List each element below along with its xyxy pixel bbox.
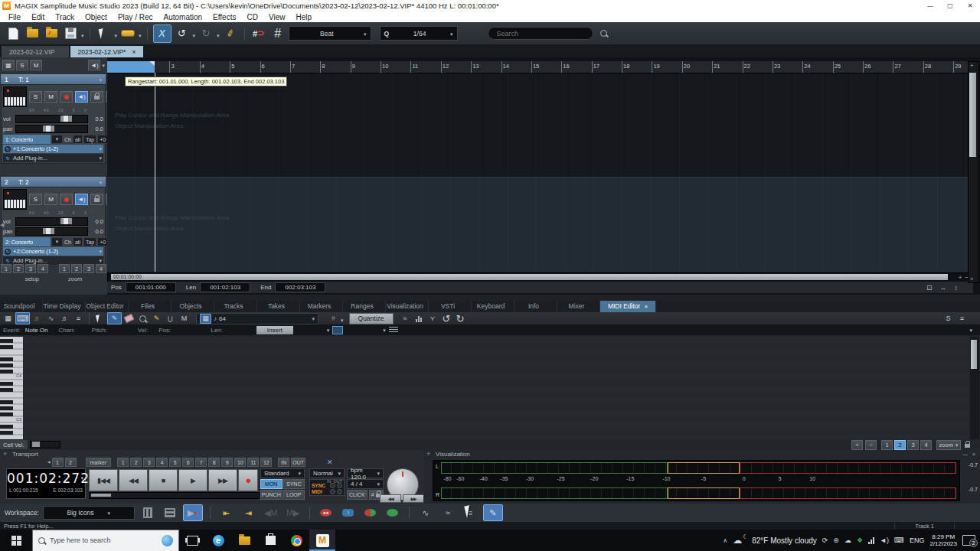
marker-button[interactable]: 10 [234,458,246,467]
midi-zoom-preset-button[interactable]: 2 [894,440,906,450]
menu-item[interactable]: Track [50,13,80,21]
track-1-title-bar[interactable]: 1 T: 1 [1,74,106,84]
zoom-preset-button[interactable]: 4 [96,264,106,273]
track-1-add-plugin-slot[interactable]: ↻ Add Plug-in... [3,154,103,162]
tray-overflow-chevron[interactable]: ∧ [723,537,727,544]
selection-tool-icon[interactable] [93,313,106,324]
move-range-right-button[interactable]: M▶ [284,505,302,520]
marker-button[interactable]: 6 [182,458,194,467]
midi-solo-button[interactable]: S [942,313,955,324]
transport-toggle[interactable]: ▶● [183,504,203,521]
instrument-caret[interactable] [51,135,63,144]
rewind-button[interactable]: ◀◀ [119,469,148,491]
time-signature-select[interactable]: 4 / 4 [347,479,384,489]
panel-options-caret[interactable] [102,62,105,69]
menu-item[interactable]: File [3,13,26,21]
zoom-tool-icon[interactable] [136,313,149,324]
onedrive-icon[interactable]: ☁ [844,536,851,544]
snap-grid-caret[interactable] [341,311,344,325]
docker-tab-close-icon[interactable]: × [644,303,648,310]
marker-button[interactable]: 8 [208,458,220,467]
menu-item[interactable]: Help [290,13,317,21]
insert-button[interactable]: Insert [256,326,293,334]
docker-tab[interactable]: Objects [172,301,214,312]
monitor-speaker-icon[interactable]: ◄) [88,60,100,70]
midi-zoom-in-button[interactable]: + [851,440,863,450]
collapse-wave-button[interactable]: ∿ [416,505,435,520]
undo-history-caret[interactable] [193,27,196,41]
piano-keyboard[interactable]: C4 C3 [0,337,23,439]
mouse-mode-caret[interactable] [115,27,118,41]
monitor-toggle[interactable]: MON [260,479,283,489]
taskbar-edge-button[interactable]: e [205,530,231,551]
project-tab[interactable]: 2023-02-12.VIP [2,46,69,57]
track-grid-icon[interactable]: ▦ [2,60,15,70]
taskbar-explorer-button[interactable] [231,530,257,551]
snap-toggle-button[interactable]: #⊃ [250,25,267,42]
instrument-caret[interactable] [51,237,63,246]
marker-button[interactable]: 4 [156,458,168,467]
track-1-plugin-slot[interactable]: ↻ +1:Concerto (1-2) [3,145,103,153]
viz-close-icon[interactable]: × [972,452,975,457]
all-mute-button[interactable]: M [30,60,42,70]
timeline-ruler[interactable]: 2345678910111213141516171819202122232425… [107,61,969,73]
docker-tab[interactable]: Time Display [43,301,86,312]
docker-tab[interactable]: Mixer [557,301,600,312]
track-2-lane[interactable]: Play Cursor and Range Manipulation Area … [107,177,969,272]
mute-tool-icon[interactable]: M [178,313,191,324]
locator-button[interactable]: 1 [52,458,64,467]
maximize-button[interactable]: ▢ [940,2,960,9]
project-tab[interactable]: 2023-02-12.VIP*× [70,46,144,57]
event-list-icon[interactable] [72,313,85,324]
docker-tab[interactable]: Markers [300,301,343,312]
menu-item[interactable]: Effects [207,13,241,21]
crossfade-editor-button[interactable]: X [153,24,172,43]
midi-zoom-out-button[interactable]: − [865,440,877,450]
controller-editor-icon[interactable] [44,313,57,324]
time-format-caret[interactable] [80,469,83,483]
punch-toggle[interactable]: PUNCH [260,490,283,500]
vzoom-range-icon[interactable]: ↕ [955,284,959,292]
taskbar-clock[interactable]: 8:29 PM2/12/2023 [929,533,957,548]
draw-volume-button[interactable] [483,504,503,521]
menu-item[interactable]: CD [241,13,263,21]
cell-velocity-slider[interactable] [30,441,60,448]
vzoom-out-icon[interactable]: + [970,276,974,282]
scrollbar-thumb[interactable]: 00:01:00:00 [111,274,948,280]
zoom-preset-button[interactable]: 3 [83,264,94,273]
object-mode-button[interactable] [119,25,136,42]
midi-vertical-scrollbar[interactable] [970,337,979,439]
move-range-left-button[interactable]: ◀M [262,505,280,520]
go-to-start-button[interactable]: ▮◀◀ [89,469,118,491]
zoom-lock-icon[interactable] [965,444,970,448]
track-1-lock-button[interactable] [90,91,103,103]
knob-decrease-button[interactable]: ◀◀ [380,494,401,503]
forward-button[interactable]: ▶▶ [208,469,237,491]
vzoom-in-icon[interactable]: + [970,62,974,69]
punch-in-button[interactable]: IN [278,458,289,467]
track-1-pan-slider[interactable] [15,125,88,133]
glue-tool-icon[interactable] [164,313,177,324]
record-preset-select[interactable]: Standard [260,468,305,478]
taskbar-store-button[interactable] [257,530,283,551]
taskbar-search-input[interactable]: Type here to search [32,530,179,551]
mouse-mode-button[interactable] [96,25,113,42]
selection-mode-icon[interactable] [332,326,343,334]
track-2-plugin-slot[interactable]: ↻ +2:Concerto (1-2) [3,247,103,256]
fit-view-icon[interactable]: ⊡ [926,284,933,292]
object-active-button[interactable] [384,505,402,520]
import-audio-button[interactable] [43,25,60,42]
selection-mode-caret[interactable] [383,327,386,334]
panel-collapse-arrow[interactable]: ◀ [0,222,4,228]
docker-tab[interactable]: Ranges [343,301,386,312]
zoom-preset-button[interactable]: 1 [59,264,70,273]
marker-label-button[interactable]: marker [86,458,112,467]
quantize-button[interactable]: Quantize [349,313,394,324]
insert-mode-caret[interactable] [327,327,330,334]
jump-to-start-button[interactable]: ⇤ [217,505,236,520]
minimize-button[interactable]: — [920,2,940,9]
score-editor-icon[interactable] [58,313,71,324]
new-project-button[interactable] [5,25,21,42]
midi-zoom-preset-button[interactable]: 1 [881,440,893,450]
loop-toggle[interactable]: LOOP [283,490,305,500]
